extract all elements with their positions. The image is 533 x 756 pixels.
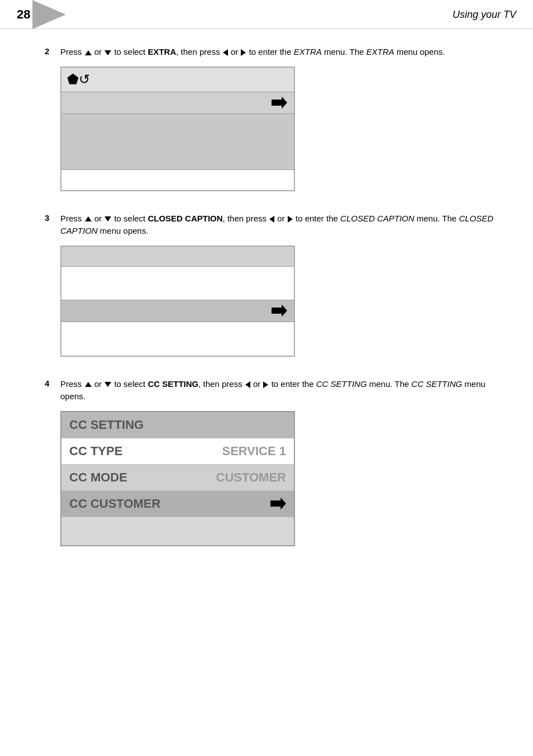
cc-menu-row-2 [61,267,294,300]
arrow-up-icon-4 [85,382,92,387]
or-text-3b: or [277,214,287,223]
arrow-right-icon-4 [263,381,268,388]
enter-text-1: to enter the EXTRA menu. The EXTRA menu … [249,47,445,56]
step-2-number: 2 [45,46,60,197]
arrow-left-icon-1 [223,49,228,56]
cc-customer-arrow-icon [270,498,286,510]
select-text-4: to select CC SETTING, then press [114,379,244,389]
cc-mode-value: CUSTOMER [216,470,287,485]
select-text-3: to select CLOSED CAPTION, then press [114,214,269,223]
step-3-body: Press or to select CLOSED CAPTION, then … [60,212,499,362]
or-text-2: or [231,47,241,56]
step-2-body: Press or to select EXTRA, then press or … [60,46,499,197]
arrow-down-icon [104,50,111,55]
arrow-left-icon-4 [245,381,250,388]
extra-menu-box: ⬟↺ [60,67,295,191]
select-text-1: to select EXTRA, then press [114,47,222,56]
extra-menu-row-empty [61,170,294,190]
extra-menu-icon-row: ⬟↺ [61,68,294,92]
arrow-up-icon-3 [85,216,92,221]
step-3-number: 3 [45,212,60,362]
arrow-up-icon [85,50,92,55]
cc-customer-label: CC CUSTOMER [69,497,160,511]
closed-caption-menu-box [60,245,295,357]
step-4-text: Press or to select CC SETTING, then pres… [60,378,499,403]
main-content: 2 Press or to select EXTRA, then press o… [0,29,533,584]
cc-menu-arrow-right-icon [272,305,287,317]
arrow-down-icon-3 [104,216,111,221]
extra-menu-row-1 [61,92,294,114]
press-label-4: Press [60,379,84,389]
cc-setting-title: CC SETTING [69,418,144,432]
step-3: 3 Press or to select CLOSED CAPTION, the… [45,212,499,362]
step-4-body: Press or to select CC SETTING, then pres… [60,378,499,552]
cc-setting-menu-box: CC SETTING CC TYPE SERVICE 1 CC MODE CUS… [60,411,295,546]
cc-mode-row: CC MODE CUSTOMER [61,465,294,491]
arrow-right-icon-3 [288,216,293,223]
arrow-right-icon-1 [241,49,246,56]
arrow-left-icon-3 [269,216,274,223]
page-header: 28 Using your TV [0,0,533,29]
cc-customer-row: CC CUSTOMER [61,491,294,517]
cc-type-row: CC TYPE SERVICE 1 [61,438,294,465]
cc-menu-row-3 [61,300,294,322]
step-4-number: 4 [45,378,60,552]
cc-mode-label: CC MODE [69,470,127,485]
page-number: 28 [17,7,30,22]
cc-menu-row-4 [61,322,294,356]
cc-type-label: CC TYPE [69,444,122,459]
or-text-4b: or [253,379,263,389]
cc-empty-row [61,517,294,545]
cc-type-value: SERVICE 1 [222,444,286,459]
press-label-3: Press [60,214,84,223]
chapter-title: Using your TV [453,8,516,20]
tv-settings-icon: ⬟↺ [67,72,90,87]
or-text-3a: or [94,214,104,223]
menu-arrow-right-icon [272,97,287,109]
cc-setting-header-row: CC SETTING [61,412,294,438]
extra-menu-gray-area [61,114,294,170]
step-2: 2 Press or to select EXTRA, then press o… [45,46,499,197]
or-text-1: or [94,47,104,56]
press-label: Press [60,47,84,56]
step-4: 4 Press or to select CC SETTING, then pr… [45,378,499,552]
arrow-down-icon-4 [104,382,111,387]
cc-menu-row-1 [61,247,294,267]
or-text-4a: or [94,379,104,389]
header-decoration [32,0,66,29]
step-2-text: Press or to select EXTRA, then press or … [60,46,499,59]
step-3-text: Press or to select CLOSED CAPTION, then … [60,212,499,238]
